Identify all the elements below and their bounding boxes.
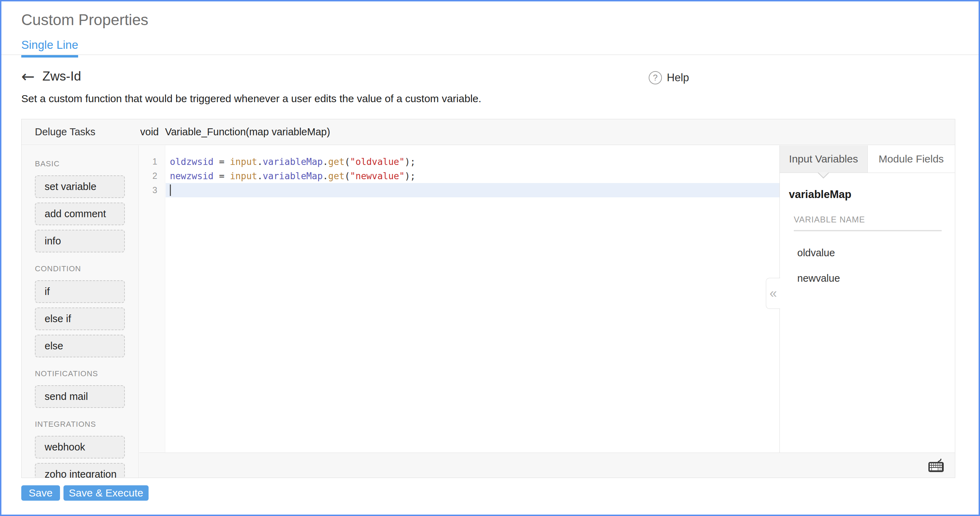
code-token: ( <box>345 171 350 181</box>
code-text[interactable] <box>165 183 780 197</box>
task-button-else-if[interactable]: else if <box>35 308 125 330</box>
function-signature: void Variable_Function(map variableMap) <box>140 126 330 138</box>
line-number: 1 <box>139 157 165 167</box>
variable-name-column-header: VARIABLE NAME <box>794 215 942 231</box>
code-text[interactable]: newzwsid = input.variableMap.get("newval… <box>165 169 780 183</box>
deluge-tasks-title: Deluge Tasks <box>35 126 95 138</box>
code-token: . <box>323 157 328 167</box>
editor-header: Deluge Tasks void Variable_Function(map … <box>22 119 955 145</box>
help-icon: ? <box>649 71 662 84</box>
header-divider <box>2 54 978 55</box>
tab-input-variables[interactable]: Input Variables <box>780 145 868 173</box>
section-label: INTEGRATIONS <box>35 420 138 429</box>
task-button-webhook[interactable]: webhook <box>35 436 125 459</box>
breadcrumb: ← Zws-Id <box>21 68 81 84</box>
signature-name: Variable_Function(map variableMap) <box>165 126 330 138</box>
task-button-set-variable[interactable]: set variable <box>35 175 125 198</box>
help-button[interactable]: ? Help <box>649 71 689 84</box>
text-cursor <box>170 184 171 196</box>
tab-single-line[interactable]: Single Line <box>21 38 78 57</box>
code-token: ); <box>404 171 415 181</box>
keyboard-shortcuts-icon[interactable] <box>928 458 944 473</box>
code-editor[interactable]: 1oldzwsid = input.variableMap.get("oldva… <box>139 145 780 452</box>
code-token: ( <box>345 157 350 167</box>
variables-panel: Input VariablesModule Fields variableMap… <box>780 145 955 452</box>
variables-panel-tabs: Input VariablesModule Fields <box>780 145 955 173</box>
help-label: Help <box>667 71 689 84</box>
section-label: BASIC <box>35 159 138 168</box>
section-label: CONDITION <box>35 264 138 273</box>
variable-row-oldvalue[interactable]: oldvalue <box>797 247 955 259</box>
footer-actions: Save Save & Execute <box>21 485 149 501</box>
variable-map-name: variableMap <box>789 188 955 201</box>
task-button-if[interactable]: if <box>35 280 125 303</box>
page-title: Custom Properties <box>21 11 148 29</box>
line-number: 3 <box>139 185 165 195</box>
code-token: variableMap <box>262 157 323 167</box>
task-button-send-mail[interactable]: send mail <box>35 385 125 408</box>
signature-return-type: void <box>140 126 159 138</box>
code-token: ); <box>404 157 415 167</box>
back-arrow-icon[interactable]: ← <box>21 68 35 84</box>
deluge-tasks-sidebar: BASICset variableadd commentinfoCONDITIO… <box>22 145 139 478</box>
code-token: oldzwsid <box>170 157 213 167</box>
code-text[interactable]: oldzwsid = input.variableMap.get("oldval… <box>165 154 780 169</box>
save-and-execute-button[interactable]: Save & Execute <box>64 485 149 501</box>
code-line[interactable]: 1oldzwsid = input.variableMap.get("oldva… <box>139 154 780 169</box>
variable-row-newvalue[interactable]: newvalue <box>797 273 955 284</box>
collapse-panel-button[interactable]: « <box>766 278 780 309</box>
task-button-info[interactable]: info <box>35 230 125 252</box>
section-label: NOTIFICATIONS <box>35 369 138 378</box>
task-button-add-comment[interactable]: add comment <box>35 203 125 225</box>
editor-bottom-bar <box>139 452 955 478</box>
code-line[interactable]: 3 <box>139 183 780 197</box>
code-token: . <box>257 171 262 181</box>
code-token: = <box>213 157 230 167</box>
code-token: variableMap <box>262 171 323 181</box>
tab-module-fields[interactable]: Module Fields <box>868 145 955 173</box>
save-button[interactable]: Save <box>21 485 60 501</box>
line-number: 2 <box>139 171 165 181</box>
code-token: get <box>328 157 345 167</box>
code-line[interactable]: 2newzwsid = input.variableMap.get("newva… <box>139 169 780 183</box>
code-token: input <box>230 171 257 181</box>
code-token: get <box>328 171 345 181</box>
code-token: input <box>230 157 257 167</box>
code-token: . <box>257 157 262 167</box>
task-button-else[interactable]: else <box>35 335 125 357</box>
code-token: . <box>323 171 328 181</box>
code-token: newzwsid <box>170 171 213 181</box>
code-token: "oldvalue" <box>350 157 405 167</box>
function-title: Zws-Id <box>43 69 81 84</box>
code-token: "newvalue" <box>350 171 405 181</box>
page-description: Set a custom function that would be trig… <box>21 93 481 105</box>
deluge-editor-container: Deluge Tasks void Variable_Function(map … <box>21 119 955 478</box>
code-token: = <box>213 171 230 181</box>
task-button-zoho-integration[interactable]: zoho integration <box>35 463 125 478</box>
